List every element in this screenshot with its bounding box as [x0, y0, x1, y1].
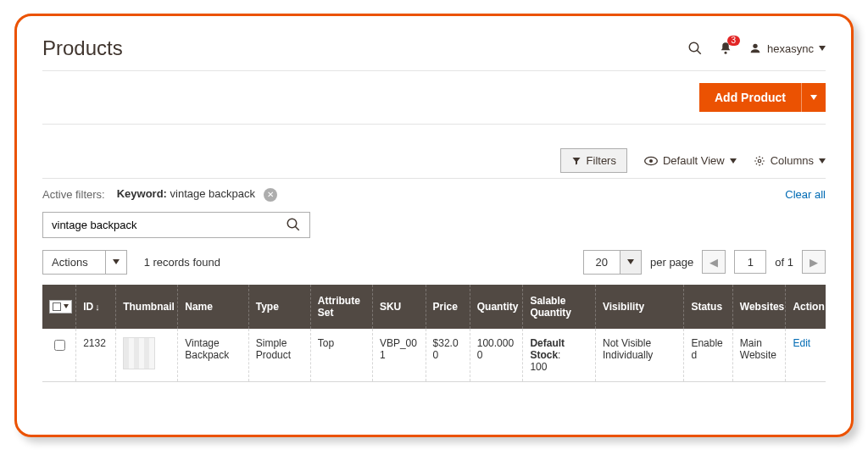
cell-price: $32.00	[426, 329, 470, 382]
chevron-down-icon	[627, 259, 634, 264]
edit-link[interactable]: Edit	[793, 337, 810, 349]
current-page[interactable]: 1	[734, 250, 766, 274]
page-size-select[interactable]: 20	[583, 250, 642, 275]
page-size-toggle[interactable]	[620, 251, 641, 274]
filters-button[interactable]: Filters	[560, 148, 627, 173]
active-filter-chip: Keyword: vintage backpack ✕	[117, 187, 277, 202]
gear-icon	[754, 155, 765, 167]
svg-point-3	[753, 44, 757, 48]
search-input[interactable]	[43, 213, 277, 237]
columns-menu[interactable]: Columns	[754, 154, 826, 167]
cell-type: Simple Product	[248, 329, 310, 382]
thumbnail-placeholder	[123, 337, 155, 369]
cell-salable: Default Stock: 100	[523, 329, 596, 382]
svg-point-5	[649, 159, 653, 163]
salable-value: 100	[530, 361, 547, 373]
filters-label: Filters	[587, 154, 616, 167]
cell-id: 2132	[76, 329, 116, 382]
cell-visibility: Not Visible Individually	[595, 329, 683, 382]
keyword-search[interactable]	[42, 212, 310, 238]
default-view-label: Default View	[663, 154, 725, 167]
filter-chip-value: vintage backpack	[170, 187, 255, 200]
salable-label: Default Stock	[530, 337, 565, 361]
cell-name: Vintage Backpack	[178, 329, 249, 382]
add-product-split[interactable]	[801, 83, 826, 112]
add-product-button[interactable]: Add Product	[699, 83, 826, 112]
svg-line-1	[697, 50, 701, 54]
next-page-button[interactable]: ▶	[802, 250, 826, 274]
col-name[interactable]: Name	[178, 285, 249, 329]
funnel-icon	[571, 156, 581, 166]
col-attr-set[interactable]: Attribute Set	[310, 285, 372, 329]
sort-asc-icon: ↓	[95, 302, 100, 312]
chevron-down-icon	[64, 304, 69, 308]
chevron-down-icon	[819, 46, 826, 51]
columns-label: Columns	[771, 154, 814, 167]
clear-all-link[interactable]: Clear all	[785, 188, 826, 201]
cell-quantity: 100.0000	[470, 329, 523, 382]
table-row[interactable]: 2132 Vintage Backpack Simple Product Top…	[42, 329, 826, 382]
search-submit-icon[interactable]	[277, 217, 309, 232]
prev-page-button[interactable]: ◀	[702, 250, 726, 274]
col-id[interactable]: ID↓	[76, 285, 116, 329]
chevron-down-icon	[810, 95, 817, 100]
page-size-value: 20	[584, 251, 620, 274]
svg-point-0	[689, 42, 698, 52]
eye-icon	[644, 156, 658, 166]
cell-attr-set: Top	[310, 329, 372, 382]
active-filters-label: Active filters:	[42, 188, 105, 201]
default-view-menu[interactable]: Default View	[644, 154, 737, 167]
remove-filter-icon[interactable]: ✕	[264, 188, 277, 202]
col-select[interactable]	[42, 285, 76, 329]
filter-chip-key: Keyword:	[117, 187, 167, 200]
user-icon	[748, 42, 762, 55]
notification-badge: 3	[727, 36, 741, 46]
add-product-main[interactable]: Add Product	[699, 83, 801, 112]
col-sku[interactable]: SKU	[372, 285, 426, 329]
user-menu[interactable]: hexasync	[748, 42, 826, 55]
col-websites[interactable]: Websites	[732, 285, 786, 329]
svg-line-8	[295, 226, 299, 230]
username: hexasync	[767, 42, 814, 55]
col-action[interactable]: Action	[786, 285, 826, 329]
col-price[interactable]: Price	[426, 285, 470, 329]
records-found: 1 records found	[144, 256, 220, 269]
search-icon[interactable]	[687, 41, 703, 56]
svg-point-6	[758, 159, 761, 163]
col-quantity[interactable]: Quantity	[470, 285, 523, 329]
cell-websites: Main Website	[732, 329, 786, 382]
chevron-down-icon	[819, 158, 826, 164]
notifications-icon[interactable]: 3	[718, 41, 733, 56]
cell-status: Enabled	[684, 329, 732, 382]
chevron-down-icon	[730, 158, 737, 164]
page-title: Products	[42, 36, 123, 60]
bulk-actions-dropdown[interactable]: Actions	[42, 250, 127, 275]
col-thumbnail[interactable]: Thumbnail	[116, 285, 178, 329]
products-grid: ID↓ Thumbnail Name Type Attribute Set SK…	[42, 285, 826, 382]
col-type[interactable]: Type	[248, 285, 310, 329]
col-status[interactable]: Status	[684, 285, 732, 329]
col-salable[interactable]: Salable Quantity	[523, 285, 596, 329]
col-visibility[interactable]: Visibility	[595, 285, 683, 329]
page-total: of 1	[775, 256, 793, 269]
svg-point-2	[725, 52, 727, 54]
bulk-actions-label: Actions	[43, 251, 105, 274]
svg-point-7	[287, 219, 297, 228]
chevron-down-icon	[113, 259, 120, 264]
row-checkbox[interactable]	[54, 340, 65, 351]
bulk-actions-toggle[interactable]	[105, 251, 126, 274]
cell-sku: VBP_001	[372, 329, 426, 382]
per-page-label: per page	[650, 256, 693, 269]
